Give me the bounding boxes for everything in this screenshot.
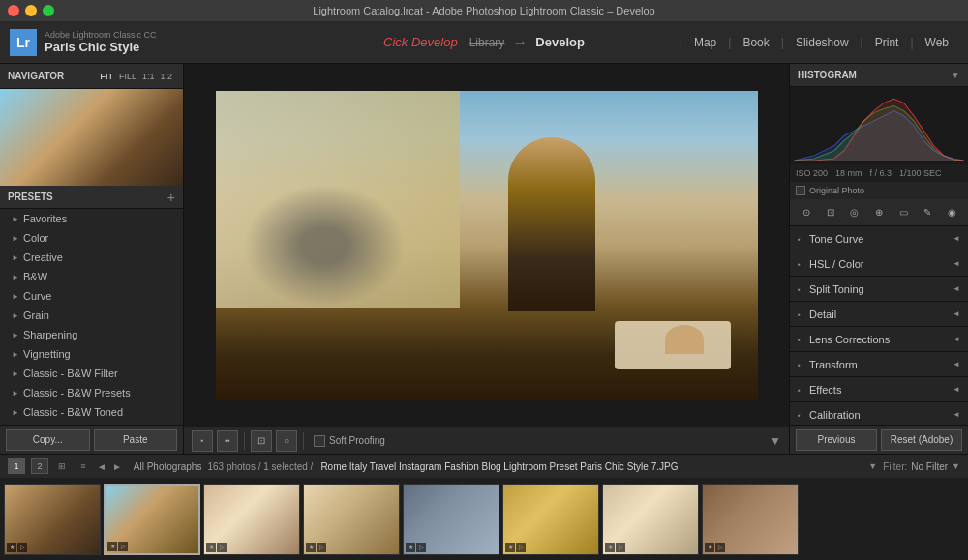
- preset-label: Vignetting: [23, 348, 71, 360]
- toolbar-collapse[interactable]: ▼: [770, 434, 781, 448]
- basic-tool[interactable]: ⊙: [797, 203, 816, 222]
- rp-toggle: ▪: [798, 235, 805, 243]
- preset-group-item[interactable]: ►Creative: [0, 248, 183, 267]
- rp-label: Calibration: [809, 409, 861, 421]
- window-title: Lightroom Catalog.lrcat - Adobe Photosho…: [313, 5, 654, 16]
- preset-group-item[interactable]: ►Color: [0, 228, 183, 248]
- path-dropdown[interactable]: ▼: [868, 461, 877, 471]
- preset-label: Classic - B&W Filter: [23, 368, 118, 379]
- filmstrip-thumb-t3[interactable]: ★ ▷: [203, 484, 300, 555]
- rp-label: Lens Corrections: [809, 334, 890, 345]
- filmstrip-toolbar: 1 2 ⊞ ≡ ◄ ► All Photographs 163 photos /…: [0, 455, 968, 478]
- right-panel-item-hslcolor[interactable]: ▪ HSL / Color ◄: [790, 251, 968, 277]
- preset-group-item[interactable]: ►Vignetting: [0, 344, 183, 364]
- right-panel-item-effects[interactable]: ▪ Effects ◄: [790, 377, 968, 402]
- photo-path: Rome Italy Travel Instagram Fashion Blog…: [320, 461, 862, 472]
- thumb-icon: ★: [206, 543, 216, 552]
- thumb-flag-icon: ▷: [616, 543, 625, 552]
- filter-dropdown[interactable]: ▼: [952, 461, 960, 471]
- right-panel-item-lenscorrections[interactable]: ▪ Lens Corrections ◄: [790, 327, 968, 352]
- thumb-icon: ★: [107, 542, 117, 551]
- filmstrip-thumb-t6[interactable]: ★ ▷: [502, 484, 599, 555]
- right-panel-item-transform[interactable]: ▪ Transform ◄: [790, 352, 968, 377]
- thumb-badge: ★ ▷: [705, 543, 725, 552]
- preset-group-item[interactable]: ►B&W: [0, 267, 183, 286]
- rp-toggle: ▪: [798, 285, 805, 293]
- preset-group-item[interactable]: ►Grain: [0, 306, 183, 325]
- preset-group-item[interactable]: ►Curve: [0, 286, 183, 306]
- filmstrip-thumb-t8[interactable]: ★ ▷: [702, 484, 799, 555]
- list-view-button[interactable]: ≡: [76, 458, 91, 474]
- preset-group-item[interactable]: ►Favorites: [0, 209, 183, 228]
- paste-button[interactable]: Paste: [94, 429, 178, 451]
- page-2-button[interactable]: 2: [31, 458, 48, 474]
- ratio-button[interactable]: 1:2: [157, 71, 175, 82]
- lr-logo: Lr: [10, 29, 37, 56]
- right-panels-list: ▪ Tone Curve ◄ ▪ HSL / Color ◄ ▪ Split T…: [790, 226, 968, 425]
- right-panel-item-calibration[interactable]: ▪ Calibration ◄: [790, 402, 968, 425]
- copy-button[interactable]: Copy...: [6, 429, 90, 451]
- rp-arrow: ◄: [953, 410, 960, 419]
- thumb-flag-icon: ▷: [416, 543, 426, 552]
- preset-group-item[interactable]: ►Classic - B&W Filter: [0, 364, 183, 383]
- right-panel-footer: Previous Reset (Adobe): [790, 425, 968, 454]
- brush-tool[interactable]: ✎: [918, 203, 937, 222]
- color-tool[interactable]: ○: [276, 430, 297, 452]
- original-photo-bar: Original Photo: [790, 182, 968, 199]
- prev-arrow[interactable]: ◄: [97, 461, 106, 472]
- separator: |: [910, 36, 913, 49]
- add-preset-button[interactable]: +: [167, 190, 175, 205]
- fill-button[interactable]: FILL: [116, 71, 139, 82]
- nav-web[interactable]: Web: [916, 32, 958, 53]
- right-panel-item-tonecurve[interactable]: ▪ Tone Curve ◄: [790, 226, 968, 251]
- next-arrow[interactable]: ►: [112, 461, 122, 472]
- filmstrip-thumb-t5[interactable]: ★ ▷: [403, 484, 499, 555]
- crop-tool-right[interactable]: ⊡: [821, 203, 840, 222]
- develop-nav-item-active[interactable]: Develop: [535, 35, 585, 49]
- nav-print[interactable]: Print: [865, 32, 909, 53]
- nav-map[interactable]: Map: [684, 32, 726, 53]
- red-eye-tool[interactable]: ⊕: [869, 203, 889, 222]
- view-mode-compare[interactable]: ▪▪: [217, 430, 238, 452]
- spot-heal-tool[interactable]: ◎: [845, 203, 864, 222]
- filmstrip-thumb-t7[interactable]: ★ ▷: [602, 484, 699, 555]
- presets-header: Presets +: [0, 186, 183, 209]
- gradient-tool[interactable]: ▭: [893, 203, 913, 222]
- filmstrip-thumb-t4[interactable]: ★ ▷: [303, 484, 400, 555]
- fit-button[interactable]: FIT: [97, 71, 116, 82]
- minimize-button[interactable]: [25, 5, 37, 16]
- page-1-button[interactable]: 1: [8, 458, 25, 474]
- nav-slideshow[interactable]: Slideshow: [786, 32, 859, 53]
- preset-group-item[interactable]: ►Classic - B&W Toned: [0, 402, 183, 422]
- view-mode-single[interactable]: ▪: [192, 430, 213, 452]
- navigator-thumbnail[interactable]: [0, 89, 183, 186]
- aperture: f / 6.3: [870, 168, 892, 178]
- reset-button[interactable]: Reset (Adobe): [881, 429, 962, 451]
- grid-view-button[interactable]: ⊞: [54, 458, 70, 474]
- preset-group-item[interactable]: ►Sharpening: [0, 325, 183, 344]
- right-panel-item-splittoning[interactable]: ▪ Split Toning ◄: [790, 277, 968, 302]
- shutter-speed: 1/100 SEC: [899, 168, 942, 178]
- image-wrapper[interactable]: [184, 64, 789, 427]
- close-button[interactable]: [8, 5, 19, 16]
- preset-group-item[interactable]: ►Classic - B&W Presets: [0, 383, 183, 402]
- filmstrip-thumb-t1[interactable]: ★ ▷: [4, 484, 101, 555]
- soft-proofing-label: Soft Proofing: [329, 435, 385, 446]
- one-to-one-button[interactable]: 1:1: [139, 71, 158, 82]
- rp-label: Transform: [809, 359, 858, 370]
- right-panel-item-detail[interactable]: ▪ Detail ◄: [790, 302, 968, 327]
- nav-book[interactable]: Book: [733, 32, 778, 53]
- filmstrip-thumb-t2[interactable]: ★ ▷: [104, 484, 200, 555]
- soft-proofing-checkbox[interactable]: [314, 435, 325, 447]
- original-photo-checkbox[interactable]: [796, 186, 805, 195]
- range-mask-tool[interactable]: ◉: [942, 203, 961, 222]
- histogram-collapse[interactable]: ▼: [951, 70, 960, 80]
- thumb-icon: ★: [605, 543, 615, 552]
- iso-value: ISO 200: [796, 168, 828, 178]
- rp-label: Tone Curve: [809, 233, 863, 245]
- maximize-button[interactable]: [43, 5, 54, 16]
- library-nav-item[interactable]: Library: [469, 36, 505, 49]
- crop-tool[interactable]: ⊡: [251, 430, 272, 452]
- previous-button[interactable]: Previous: [796, 429, 877, 451]
- rp-toggle: ▪: [798, 336, 805, 343]
